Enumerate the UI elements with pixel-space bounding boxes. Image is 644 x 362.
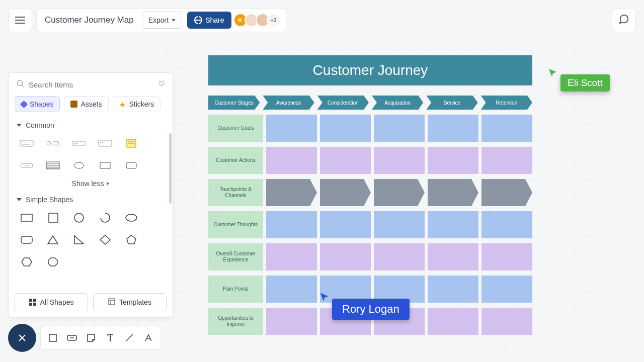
tab-shapes[interactable]: Shapes	[15, 96, 60, 112]
search-input[interactable]	[29, 80, 153, 89]
shape-roundrect[interactable]	[19, 234, 35, 246]
board-cell[interactable]	[428, 243, 478, 270]
board-cell[interactable]	[374, 115, 425, 142]
row-label[interactable]: Customer Actions	[208, 147, 263, 174]
board-cell[interactable]	[481, 308, 532, 335]
board-cell[interactable]	[266, 243, 317, 270]
board-cell[interactable]	[266, 211, 317, 238]
board-cell[interactable]	[320, 243, 371, 270]
shape-rectangle[interactable]	[19, 212, 35, 224]
shape-pentagon[interactable]	[123, 234, 139, 246]
tab-assets[interactable]: Assets	[64, 96, 108, 112]
board-cell[interactable]	[428, 308, 478, 335]
board-cell[interactable]	[428, 276, 478, 303]
board-cell[interactable]	[266, 308, 317, 335]
shape-keyboard[interactable]	[19, 137, 35, 149]
shape-connector[interactable]	[45, 137, 61, 149]
pin-icon[interactable]	[157, 79, 166, 89]
board-cell[interactable]	[481, 179, 532, 206]
close-panel-button[interactable]	[8, 324, 36, 352]
shape-octagon[interactable]	[45, 256, 61, 268]
document-title[interactable]: Customer Journey Map	[42, 15, 137, 25]
comments-button[interactable]	[612, 8, 636, 32]
shape-sticky[interactable]	[123, 137, 139, 149]
board-cell[interactable]	[374, 147, 425, 174]
shape-circle[interactable]	[71, 212, 87, 224]
board-title[interactable]: Customer Journey	[208, 55, 532, 85]
board-cell[interactable]	[481, 147, 532, 174]
collaborator-cursor-green: Eli Scott	[547, 67, 610, 92]
stage-header[interactable]: Consideration	[317, 96, 369, 110]
export-button[interactable]: Export	[142, 12, 182, 29]
menu-button[interactable]	[8, 8, 32, 32]
row-label[interactable]: Opportunities to Improve	[208, 308, 263, 335]
share-button[interactable]: Share	[187, 12, 231, 29]
shape-button[interactable]	[19, 159, 35, 171]
shape-ellipse[interactable]	[71, 159, 87, 171]
section-simple[interactable]: Simple Shapes	[9, 192, 173, 208]
stage-header[interactable]: Awareness	[263, 96, 314, 110]
shape-rounded[interactable]	[123, 159, 139, 171]
tool-text[interactable]: T	[104, 332, 116, 344]
board-cell[interactable]	[428, 211, 478, 238]
board-cell[interactable]	[428, 115, 478, 142]
board-cell[interactable]	[374, 243, 425, 270]
avatar-more[interactable]: +3	[267, 13, 281, 27]
board-cell[interactable]	[320, 179, 371, 206]
shape-oval[interactable]	[123, 212, 139, 224]
tool-button[interactable]	[66, 332, 78, 344]
row-label[interactable]: Pain Points	[208, 276, 263, 303]
shape-arc[interactable]	[97, 212, 113, 224]
collaborator-avatars[interactable]: K +3	[236, 13, 281, 27]
tool-pen[interactable]	[142, 332, 154, 344]
board-row: Customer Thoughts	[208, 211, 532, 238]
shape-card[interactable]	[97, 137, 113, 149]
row-label[interactable]: Customer Goals	[208, 115, 263, 142]
board-row: Overall Customer Experience	[208, 243, 532, 270]
shape-square[interactable]	[45, 212, 61, 224]
shape-triangle[interactable]	[45, 234, 61, 246]
row-label[interactable]: Overall Customer Experience	[208, 243, 263, 270]
board-cell[interactable]	[481, 115, 532, 142]
shape-rect[interactable]	[97, 159, 113, 171]
board-cell[interactable]	[266, 179, 317, 206]
tab-stickers[interactable]: ★ Stickers	[113, 96, 161, 112]
board-cell[interactable]	[481, 211, 532, 238]
tool-line[interactable]	[123, 332, 135, 344]
stage-header[interactable]: Retention	[481, 96, 532, 110]
board-cell[interactable]	[320, 147, 371, 174]
show-less-button[interactable]: Show less	[9, 175, 173, 192]
board-cell[interactable]	[428, 179, 478, 206]
svg-point-11	[100, 142, 101, 143]
board-cell[interactable]	[374, 179, 425, 206]
row-label[interactable]: Customer Thoughts	[208, 211, 263, 238]
board-cell[interactable]	[266, 276, 317, 303]
board-cell[interactable]	[266, 115, 317, 142]
board-cell[interactable]	[428, 147, 478, 174]
board-cell[interactable]	[481, 243, 532, 270]
board-cell[interactable]	[481, 276, 532, 303]
all-shapes-button[interactable]: All Shapes	[15, 293, 88, 311]
board-cell[interactable]	[320, 211, 371, 238]
tool-rectangle[interactable]	[47, 332, 59, 344]
stage-header[interactable]: Acquisation	[372, 96, 423, 110]
shape-table[interactable]	[45, 159, 61, 171]
stage-header[interactable]: Customer Stages	[208, 96, 260, 110]
board-cell[interactable]	[320, 115, 371, 142]
shape-hexagon[interactable]	[19, 256, 35, 268]
templates-label: Templates	[119, 298, 151, 306]
shape-right-triangle[interactable]	[71, 234, 87, 246]
tool-sticky[interactable]	[85, 332, 97, 344]
shape-diamond[interactable]	[97, 234, 113, 246]
scrollbar[interactable]	[169, 133, 172, 204]
shape-input[interactable]	[71, 137, 87, 149]
stage-header[interactable]: Service	[426, 96, 477, 110]
board-cell[interactable]	[374, 211, 425, 238]
row-label[interactable]: Touchpoints & Channels	[208, 179, 263, 206]
board-row: Touchpoints & Channels	[208, 179, 532, 206]
section-common[interactable]: Common	[9, 117, 173, 133]
chevron-down-icon	[172, 19, 176, 22]
svg-rect-23	[100, 162, 110, 168]
board-cell[interactable]	[266, 147, 317, 174]
templates-button[interactable]: Templates	[93, 293, 167, 311]
